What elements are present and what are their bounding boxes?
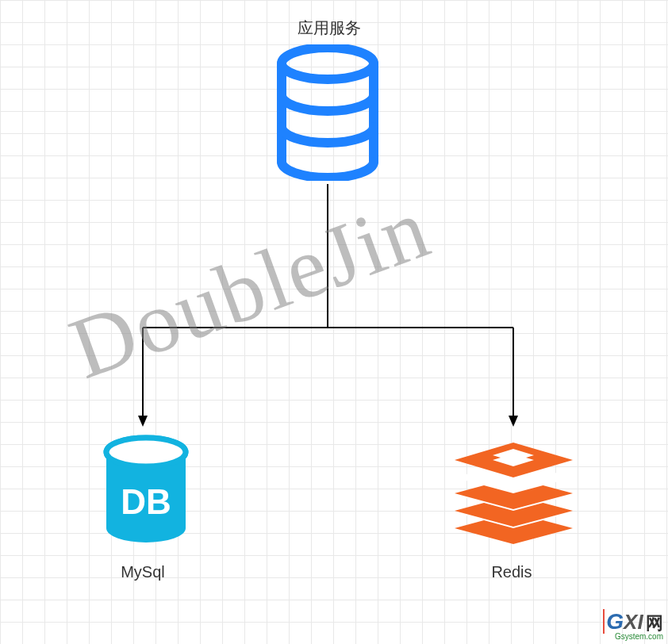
app-service-label: 应用服务	[266, 17, 393, 39]
redis-label: Redis	[448, 563, 575, 581]
brand-cn: 网	[646, 613, 663, 633]
brand-g: G	[603, 609, 624, 634]
svg-point-2	[106, 438, 186, 466]
mysql-label: MySql	[79, 563, 206, 581]
svg-point-0	[282, 48, 374, 79]
database-outline-icon	[273, 44, 382, 181]
brand-xi: XI	[624, 610, 643, 634]
db-text: DB	[121, 482, 171, 521]
site-brand: GXI 网 Gsystem.com	[603, 609, 663, 641]
redis-stack-icon	[448, 436, 579, 547]
database-cylinder-icon: DB	[102, 435, 190, 546]
